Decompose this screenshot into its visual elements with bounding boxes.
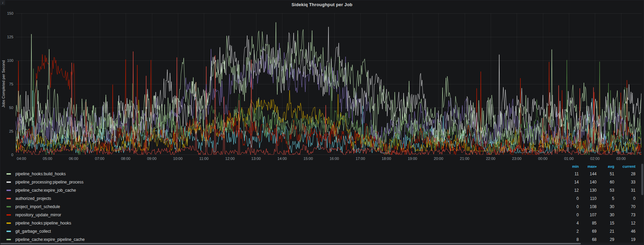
series-swatch-cell (6, 222, 15, 224)
x-tick-label: 22:00 (482, 157, 499, 161)
x-tick-label: 00:00 (534, 157, 551, 161)
series-avg-value: 29 (597, 237, 614, 242)
x-tick-label: 05:00 (39, 157, 56, 161)
series-current-value: 70 (614, 204, 635, 209)
legend-sort-header-min[interactable]: min (561, 164, 579, 168)
series-swatch-cell (6, 173, 15, 175)
series-color-swatch[interactable] (6, 206, 11, 207)
legend-row: pipeline_processing:pipeline_process1414… (6, 178, 644, 186)
legend-row: git_garbage_collect2692146 (6, 227, 644, 235)
x-tick-label: 12:00 (222, 157, 239, 161)
legend-table: minmax▾avgcurrent pipeline_hooks:build_h… (0, 163, 644, 243)
x-tick-label: 08:00 (117, 157, 134, 161)
x-tick-label: 03:00 (613, 157, 630, 161)
series-name[interactable]: pipeline_hooks:build_hooks (15, 172, 561, 176)
series-max-value: 107 (579, 213, 597, 217)
y-tick-label: 0 (1, 153, 13, 157)
y-tick-label: 50 (1, 106, 13, 110)
series-min-value: 12 (561, 188, 579, 193)
series-avg-value: 60 (597, 180, 614, 185)
series-min-value: 14 (561, 180, 579, 185)
x-tick-label: 21:00 (456, 157, 473, 161)
series-current-value: 31 (614, 188, 635, 193)
series-max-value: 85 (579, 221, 597, 226)
legend-row: pipeline_cache:expire_job_cache121305331 (6, 186, 644, 194)
legend-row: project_import_schedule01083070 (6, 203, 644, 211)
series-avg-value: 51 (597, 172, 614, 176)
series-max-value: 130 (579, 188, 597, 193)
series-current-value: 73 (614, 213, 635, 217)
legend-sort-header-current[interactable]: current (614, 164, 635, 168)
series-avg-value: 21 (597, 229, 614, 234)
x-tick-label: 19:00 (404, 157, 421, 161)
series-color-swatch[interactable] (6, 239, 11, 240)
series-swatch-cell (6, 206, 15, 207)
x-tick-label: 16:00 (326, 157, 343, 161)
series-current-value: 28 (614, 172, 635, 176)
series-name[interactable]: pipeline_cache:expire_pipeline_cache (15, 237, 561, 242)
series-min-value: 2 (561, 229, 579, 234)
legend-row: pipeline_hooks:build_hooks111445128 (6, 170, 644, 178)
x-tick-label: 14:00 (274, 157, 291, 161)
series-name[interactable]: pipeline_processing:pipeline_process (15, 180, 561, 185)
x-tick-label: 15:00 (300, 157, 317, 161)
series-swatch-cell (6, 181, 15, 183)
legend-header: minmax▾avgcurrent (6, 163, 644, 170)
series-max-value: 69 (579, 229, 597, 234)
series-color-swatch[interactable] (6, 173, 11, 175)
series-current-value: 33 (614, 180, 635, 185)
series-name[interactable]: repository_update_mirror (15, 213, 561, 217)
x-tick-label: 02:00 (586, 157, 603, 161)
series-max-value: 140 (579, 180, 597, 185)
series-name[interactable]: project_import_schedule (15, 204, 561, 209)
x-tick-label: 06:00 (65, 157, 82, 161)
series-avg-value: 53 (597, 188, 614, 193)
series-color-swatch[interactable] (6, 231, 11, 232)
series-name[interactable]: git_garbage_collect (15, 229, 561, 234)
x-tick-label: 10:00 (169, 157, 186, 161)
series-swatch-cell (6, 231, 15, 232)
legend-rows: pipeline_hooks:build_hooks111445128pipel… (6, 170, 644, 243)
series-min-value: 0 (561, 204, 579, 209)
legend-row: pipeline_hooks:pipeline_hooks4851512 (6, 219, 644, 227)
legend-sort-header-max[interactable]: max▾ (579, 164, 597, 168)
x-tick-label: 18:00 (378, 157, 395, 161)
series-color-swatch[interactable] (6, 222, 11, 224)
legend-vertical-scrollbar[interactable] (641, 164, 643, 242)
series-swatch-cell (6, 198, 15, 199)
legend-vertical-scrollbar-thumb[interactable] (641, 164, 643, 195)
series-avg-value: 15 (597, 221, 614, 226)
x-tick-label: 13:00 (248, 157, 265, 161)
series-swatch-cell (6, 190, 15, 191)
series-swatch-cell (6, 239, 15, 240)
x-tick-label: 04:00 (13, 157, 30, 161)
y-tick-label: 125 (1, 35, 13, 39)
legend-sort-header-avg[interactable]: avg (597, 164, 614, 168)
series-color-swatch[interactable] (6, 214, 11, 216)
series-min-value: 0 (561, 196, 579, 201)
x-tick-label: 23:00 (508, 157, 525, 161)
plot-canvas[interactable] (16, 13, 642, 155)
x-tick-label: 11:00 (195, 157, 212, 161)
series-avg-value: 30 (597, 204, 614, 209)
series-name[interactable]: pipeline_cache:expire_job_cache (15, 188, 561, 193)
series-min-value: 4 (561, 221, 579, 226)
series-max-value: 144 (579, 172, 597, 176)
legend-row: repository_update_mirror01073073 (6, 211, 644, 219)
series-color-swatch[interactable] (6, 190, 11, 191)
series-name[interactable]: authorized_projects (15, 196, 561, 201)
x-tick-label: 01:00 (560, 157, 577, 161)
series-avg-value: 30 (597, 213, 614, 217)
series-color-swatch[interactable] (6, 181, 11, 183)
legend-row: pipeline_cache:expire_pipeline_cache8682… (6, 235, 644, 243)
series-name[interactable]: pipeline_hooks:pipeline_hooks (15, 221, 561, 226)
series-max-value: 110 (579, 196, 597, 201)
series-max-value: 68 (579, 237, 597, 242)
grafana-panel: i Sidekiq Throughput per Job Jobs Comple… (0, 0, 644, 245)
bottom-scrollbar[interactable] (0, 243, 644, 245)
bottom-scrollbar-thumb[interactable] (0, 243, 581, 244)
y-tick-label: 100 (1, 59, 13, 63)
panel-info-icon[interactable]: i (0, 0, 5, 5)
series-color-swatch[interactable] (6, 198, 11, 199)
series-max-value: 108 (579, 204, 597, 209)
